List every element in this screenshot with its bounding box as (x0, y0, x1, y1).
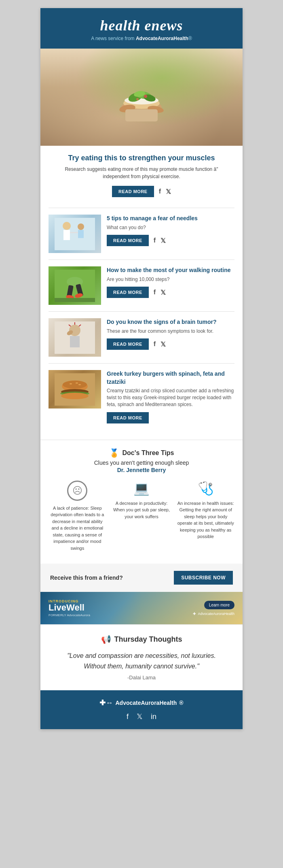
livewell-well: Well (66, 602, 84, 613)
svg-point-35 (70, 383, 72, 384)
article-desc-4: Creamy tzatziki and crisp sliced cucumbe… (107, 387, 234, 408)
article-1-btn-row: READ MORE f 𝕏 (107, 235, 234, 246)
article-1-facebook-icon[interactable]: f (154, 237, 156, 244)
feature-section: Try eating this to strengthen your muscl… (40, 146, 243, 208)
thursday-attribution: -Dalai Lama (57, 674, 226, 681)
svg-point-40 (61, 393, 89, 399)
livewell-banner: INTRODUCING LiveWell FORMERLY AdvocateAu… (40, 592, 243, 624)
tip-item-3: 🩺 An increase in health issues: Getting … (177, 481, 234, 552)
feature-twitter-icon[interactable]: 𝕏 (166, 188, 171, 196)
feature-read-more-button[interactable]: READ MORE (112, 186, 154, 197)
article-list: 5 tips to manage a fear of needles What … (40, 208, 243, 436)
needles-illustration (55, 218, 95, 250)
footer-logo: ✚↔ AdvocateAuroraHealth® (49, 698, 234, 707)
svg-rect-12 (55, 218, 95, 250)
svg-point-8 (136, 98, 139, 100)
livewell-live: Live (49, 602, 66, 613)
article-3-read-more-button[interactable]: READ MORE (107, 338, 149, 350)
article-content-1: 5 tips to manage a fear of needles What … (107, 215, 234, 253)
article-3-twitter-icon[interactable]: 𝕏 (161, 340, 166, 348)
svg-point-37 (78, 384, 81, 385)
article-item-1: 5 tips to manage a fear of needles What … (49, 208, 234, 260)
article-title-2: How to make the most of your walking rou… (107, 266, 234, 274)
footer-twitter-icon[interactable]: 𝕏 (137, 712, 143, 721)
article-item-4: Greek turkey burgers with spinach, feta … (49, 363, 234, 436)
salad-bowl-illustration (113, 73, 170, 121)
livewell-advocate-logo: ✚ AdvocateAuroraHealth (193, 612, 234, 616)
article-4-read-more-button[interactable]: READ MORE (107, 412, 149, 423)
medkit-icon: 🩺 (177, 481, 234, 496)
hero-image (40, 49, 243, 146)
thursday-thoughts-section: 📢 Thursday Thoughts "Love and compassion… (40, 624, 243, 690)
svg-rect-16 (78, 230, 84, 238)
article-title-3: Do you know the signs of a brain tumor? (107, 318, 234, 326)
livewell-left: INTRODUCING LiveWell FORMERLY AdvocateAu… (49, 599, 90, 617)
livewell-formerly: FORMERLY AdvocateAurora (49, 613, 90, 617)
cross-icon: ✚ (193, 612, 196, 616)
svg-rect-27 (70, 336, 80, 347)
svg-point-13 (63, 222, 71, 230)
article-item-2: How to make the most of your walking rou… (49, 260, 234, 311)
header: health enews A news service from Advocat… (40, 8, 243, 49)
svg-rect-17 (70, 232, 78, 233)
article-2-facebook-icon[interactable]: f (154, 289, 156, 296)
feature-facebook-icon[interactable]: f (159, 188, 161, 195)
article-desc-3: These are the four common symptoms to lo… (107, 328, 234, 335)
email-container: health enews A news service from Advocat… (40, 8, 243, 729)
footer-linkedin-icon[interactable]: in (151, 713, 156, 721)
article-2-btn-row: READ MORE f 𝕏 (107, 287, 234, 298)
footer-logo-text: AdvocateAuroraHealth (115, 700, 177, 706)
article-thumb-brain (49, 318, 101, 357)
svg-point-36 (76, 382, 78, 383)
footer-facebook-icon[interactable]: f (127, 713, 129, 721)
article-thumb-burger (49, 370, 101, 408)
footer: ✚↔ AdvocateAuroraHealth® f 𝕏 in (40, 690, 243, 729)
article-content-3: Do you know the signs of a brain tumor? … (107, 318, 234, 356)
tip-item-2: 💻 A decrease in productivity: When you g… (113, 481, 171, 552)
tips-grid: ☹ A lack of patience: Sleep deprivation … (49, 481, 234, 552)
article-thumb-needles (49, 215, 101, 253)
docs-tips-section: 🏅 Doc's Three Tips Clues you aren't gett… (40, 440, 243, 560)
header-subtitle-text: A news service from (91, 36, 136, 41)
svg-rect-14 (63, 230, 70, 240)
feature-title: Try eating this to strengthen your muscl… (57, 154, 226, 162)
article-3-facebook-icon[interactable]: f (154, 340, 156, 348)
hero-image-inner (40, 49, 243, 146)
subscribe-banner: Receive this from a friend? SUBSCRIBE NO… (40, 564, 243, 592)
svg-point-34 (63, 381, 87, 389)
article-2-twitter-icon[interactable]: 𝕏 (161, 289, 166, 296)
tip-text-3: An increase in health issues: Getting th… (177, 500, 234, 540)
docs-tips-title: Doc's Three Tips (122, 449, 174, 457)
header-subtitle: A news service from AdvocateAuroraHealth… (49, 36, 234, 41)
subscribe-text: Receive this from a friend? (50, 574, 123, 581)
footer-social: f 𝕏 in (49, 712, 234, 721)
tip-item-1: ☹ A lack of patience: Sleep deprivation … (49, 481, 106, 552)
feature-desc: Research suggests eating more of this ma… (57, 166, 226, 180)
footer-cross-icon: ✚↔ (99, 698, 113, 707)
subscribe-button[interactable]: SUBSCRIBE NOW (174, 571, 233, 585)
sad-face-icon: ☹ (67, 481, 87, 501)
burger-illustration (55, 373, 95, 406)
header-title: health enews (49, 17, 234, 34)
article-content-4: Greek turkey burgers with spinach, feta … (107, 370, 234, 430)
walking-illustration (55, 270, 95, 302)
docs-tips-subtitle: Clues you aren't getting enough sleep (49, 460, 234, 466)
article-3-btn-row: READ MORE f 𝕏 (107, 338, 234, 350)
article-content-2: How to make the most of your walking rou… (107, 266, 234, 304)
article-1-twitter-icon[interactable]: 𝕏 (161, 237, 166, 245)
tip-text-1: A lack of patience: Sleep deprivation of… (49, 505, 106, 552)
article-2-read-more-button[interactable]: READ MORE (107, 287, 149, 298)
livewell-right: Learn more ✚ AdvocateAuroraHealth (193, 601, 234, 616)
header-brand: AdvocateAuroraHealth (136, 36, 188, 41)
livewell-learn-more-button[interactable]: Learn more (204, 601, 234, 609)
laptop-icon: 💻 (113, 481, 171, 496)
thursday-title: Thursday Thoughts (114, 635, 182, 644)
article-title-4: Greek turkey burgers with spinach, feta … (107, 370, 234, 386)
docs-tips-header: 🏅 Doc's Three Tips (49, 448, 234, 458)
article-desc-2: Are you hitting 10,000 steps? (107, 276, 234, 283)
article-1-read-more-button[interactable]: READ MORE (107, 235, 149, 246)
svg-point-15 (78, 223, 84, 230)
article-desc-1: What can you do? (107, 224, 234, 231)
tip-text-2: A decrease in productivity: When you get… (113, 500, 171, 520)
thursday-header: 📢 Thursday Thoughts (57, 634, 226, 644)
